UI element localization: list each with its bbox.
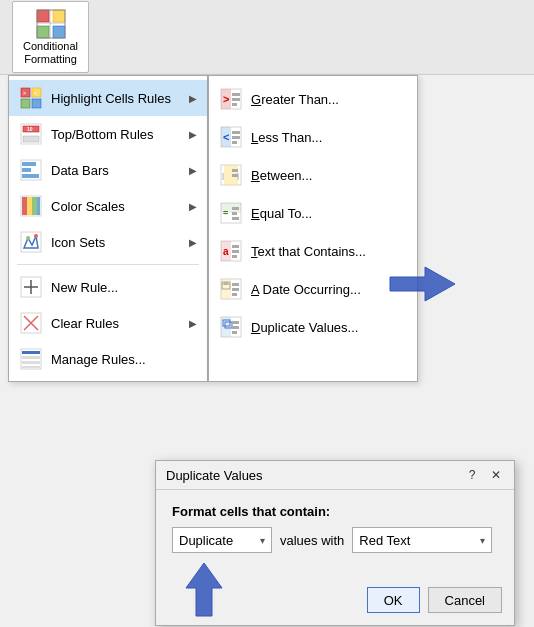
duplicate-values-icon bbox=[219, 315, 243, 339]
between-label: Between... bbox=[251, 168, 407, 183]
dialog-titlebar: Duplicate Values ? ✕ bbox=[156, 461, 514, 490]
svg-rect-79 bbox=[232, 293, 237, 296]
less-than-label: Less Than... bbox=[251, 130, 407, 145]
duplicate-select[interactable]: Duplicate ▾ bbox=[172, 527, 272, 553]
svg-text:<: < bbox=[34, 90, 37, 96]
svg-rect-62 bbox=[232, 207, 239, 210]
data-bars-label: Data Bars bbox=[51, 163, 183, 178]
svg-rect-77 bbox=[232, 283, 239, 286]
ribbon-button-label: Conditional Formatting bbox=[23, 40, 78, 66]
greater-than-icon: > bbox=[219, 87, 243, 111]
svg-text:=: = bbox=[223, 208, 228, 218]
color-scales-arrow: ▶ bbox=[189, 201, 197, 212]
manage-rules-label: Manage Rules... bbox=[51, 352, 197, 367]
svg-text:|: | bbox=[222, 171, 224, 180]
menu-item-clear-rules[interactable]: Clear Rules ▶ bbox=[9, 305, 207, 341]
highlight-cells-arrow: ▶ bbox=[189, 93, 197, 104]
svg-rect-22 bbox=[22, 197, 27, 215]
svg-rect-37 bbox=[22, 351, 40, 354]
menu-item-less-than[interactable]: < Less Than... bbox=[209, 118, 417, 156]
svg-rect-39 bbox=[22, 361, 40, 364]
style-select[interactable]: Red Text ▾ bbox=[352, 527, 492, 553]
date-occurring-icon bbox=[219, 277, 243, 301]
svg-marker-88 bbox=[186, 563, 222, 616]
menu-item-greater-than[interactable]: > Greater Than... bbox=[209, 80, 417, 118]
menu-item-top-bottom[interactable]: 10 Top/Bottom Rules ▶ bbox=[9, 116, 207, 152]
data-bars-icon bbox=[19, 158, 43, 182]
svg-rect-18 bbox=[22, 162, 36, 166]
svg-rect-25 bbox=[37, 197, 40, 215]
between-icon: | | bbox=[219, 163, 243, 187]
svg-rect-69 bbox=[232, 250, 239, 253]
secondary-menu: > Greater Than... < Less T bbox=[208, 75, 418, 382]
svg-rect-51 bbox=[232, 136, 240, 139]
svg-rect-45 bbox=[232, 98, 240, 101]
icon-sets-arrow: ▶ bbox=[189, 237, 197, 248]
duplicate-select-value: Duplicate bbox=[179, 533, 233, 548]
clear-rules-icon bbox=[19, 311, 43, 335]
divider-1 bbox=[17, 264, 199, 265]
cancel-button[interactable]: Cancel bbox=[428, 587, 502, 613]
svg-rect-78 bbox=[232, 288, 239, 291]
svg-rect-1 bbox=[53, 10, 65, 22]
svg-rect-40 bbox=[22, 366, 40, 368]
text-contains-label: Text that Contains... bbox=[251, 244, 407, 259]
color-scales-label: Color Scales bbox=[51, 199, 183, 214]
svg-rect-46 bbox=[232, 103, 237, 106]
duplicate-values-label: Duplicate Values... bbox=[251, 320, 407, 335]
new-rule-icon bbox=[19, 275, 43, 299]
menu-item-icon-sets[interactable]: Icon Sets ▶ bbox=[9, 224, 207, 260]
menu-item-color-scales[interactable]: Color Scales ▶ bbox=[9, 188, 207, 224]
arrow-pointer bbox=[385, 262, 460, 310]
dialog-close-button[interactable]: ✕ bbox=[488, 467, 504, 483]
svg-rect-57 bbox=[232, 169, 238, 172]
greater-than-label: Greater Than... bbox=[251, 92, 407, 107]
primary-menu: > < Highlight Cells Rules ▶ 10 Top/Botto… bbox=[8, 75, 208, 382]
svg-rect-23 bbox=[27, 197, 32, 215]
menu-item-duplicate-values[interactable]: Duplicate Values... bbox=[209, 308, 417, 346]
svg-rect-58 bbox=[232, 174, 238, 177]
svg-rect-84 bbox=[232, 321, 239, 324]
color-scales-icon bbox=[19, 194, 43, 218]
svg-rect-63 bbox=[232, 212, 237, 215]
menu-item-manage-rules[interactable]: Manage Rules... bbox=[9, 341, 207, 377]
manage-rules-icon bbox=[19, 347, 43, 371]
dialog-help-button[interactable]: ? bbox=[464, 467, 480, 483]
icon-sets-icon bbox=[19, 230, 43, 254]
svg-rect-20 bbox=[22, 174, 39, 178]
svg-rect-19 bbox=[22, 168, 31, 172]
svg-marker-87 bbox=[390, 267, 455, 301]
svg-text:<: < bbox=[223, 131, 229, 143]
values-with-text: values with bbox=[280, 533, 344, 548]
menu-container: > < Highlight Cells Rules ▶ 10 Top/Botto… bbox=[8, 75, 418, 382]
svg-rect-9 bbox=[21, 99, 30, 108]
svg-rect-86 bbox=[232, 331, 237, 334]
menu-item-equal-to[interactable]: = Equal To... bbox=[209, 194, 417, 232]
svg-rect-50 bbox=[232, 131, 240, 134]
svg-point-28 bbox=[26, 236, 30, 240]
menu-item-data-bars[interactable]: Data Bars ▶ bbox=[9, 152, 207, 188]
clear-rules-label: Clear Rules bbox=[51, 316, 183, 331]
menu-item-between[interactable]: | | Between... bbox=[209, 156, 417, 194]
clear-rules-arrow: ▶ bbox=[189, 318, 197, 329]
conditional-formatting-button[interactable]: Conditional Formatting bbox=[12, 1, 89, 73]
svg-rect-44 bbox=[232, 93, 240, 96]
equal-to-label: Equal To... bbox=[251, 206, 407, 221]
icon-sets-label: Icon Sets bbox=[51, 235, 183, 250]
svg-rect-70 bbox=[232, 255, 237, 258]
data-bars-arrow: ▶ bbox=[189, 165, 197, 176]
svg-rect-3 bbox=[53, 26, 65, 38]
less-than-icon: < bbox=[219, 125, 243, 149]
duplicate-select-arrow: ▾ bbox=[260, 535, 265, 546]
svg-text:>: > bbox=[23, 90, 26, 96]
style-select-arrow: ▾ bbox=[480, 535, 485, 546]
svg-rect-85 bbox=[232, 326, 239, 329]
menu-item-new-rule[interactable]: New Rule... bbox=[9, 269, 207, 305]
up-arrow-pointer bbox=[182, 558, 227, 621]
highlight-cells-icon: > < bbox=[19, 86, 43, 110]
svg-rect-10 bbox=[32, 99, 41, 108]
ok-button[interactable]: OK bbox=[367, 587, 420, 613]
svg-rect-16 bbox=[23, 136, 39, 142]
svg-point-29 bbox=[34, 234, 38, 238]
menu-item-highlight-cells[interactable]: > < Highlight Cells Rules ▶ bbox=[9, 80, 207, 116]
